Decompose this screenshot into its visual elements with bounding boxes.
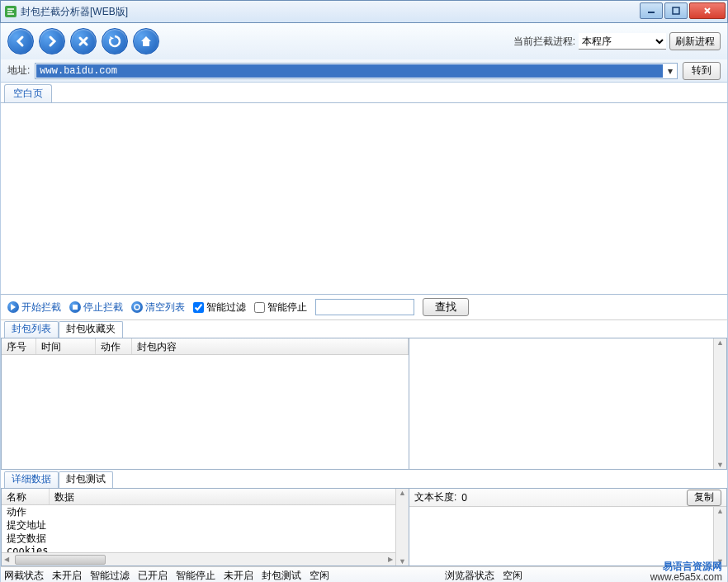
process-label: 当前拦截进程: bbox=[513, 35, 575, 49]
address-input[interactable] bbox=[36, 64, 663, 78]
smart-filter-checkbox[interactable]: 智能过滤 bbox=[193, 300, 246, 315]
status-bar: 网截状态 未开启 智能过滤 已开启 智能停止 未开启 封包测试 空闲 浏览器状态… bbox=[0, 566, 728, 582]
status-net-label: 网截状态 bbox=[4, 569, 44, 583]
copy-button[interactable]: 复制 bbox=[687, 490, 721, 506]
status-test-label: 封包测试 bbox=[262, 569, 301, 583]
start-capture-button[interactable]: 开始拦截 bbox=[7, 300, 61, 315]
svg-rect-3 bbox=[73, 305, 78, 310]
status-test-value: 空闲 bbox=[310, 569, 329, 583]
h-scrollbar[interactable] bbox=[2, 552, 395, 565]
detail-right-pane: 文本长度: 0 复制 bbox=[409, 488, 727, 566]
minimize-button[interactable] bbox=[640, 2, 663, 19]
tab-detail-data[interactable]: 详细数据 bbox=[4, 471, 59, 488]
window-controls bbox=[640, 2, 726, 19]
detail-split: 名称 数据 动作 提交地址 提交数据 cookies 文本长度: 0 复制 bbox=[0, 488, 728, 566]
status-browser-label: 浏览器状态 bbox=[445, 569, 494, 583]
tab-packet-favorites[interactable]: 封包收藏夹 bbox=[59, 321, 123, 338]
detail-tabs: 详细数据 封包测试 bbox=[0, 470, 728, 488]
detail-text-body[interactable] bbox=[409, 507, 726, 565]
back-button[interactable] bbox=[7, 28, 34, 54]
maximize-button[interactable] bbox=[664, 2, 688, 19]
status-stop-label: 智能停止 bbox=[176, 569, 215, 583]
col-name[interactable]: 名称 bbox=[2, 489, 50, 504]
detail-left-pane: 名称 数据 动作 提交地址 提交数据 cookies bbox=[1, 488, 409, 566]
stop-icon bbox=[69, 301, 81, 313]
col-content[interactable]: 封包内容 bbox=[132, 338, 409, 354]
titlebar: 封包拦截分析器[WEB版] bbox=[0, 0, 728, 23]
browser-content bbox=[0, 102, 728, 295]
refresh-nav-button[interactable] bbox=[102, 28, 128, 54]
window-title: 封包拦截分析器[WEB版] bbox=[21, 5, 128, 19]
home-button[interactable] bbox=[133, 28, 159, 54]
smart-stop-checkbox[interactable]: 智能停止 bbox=[254, 300, 307, 315]
status-filter-label: 智能过滤 bbox=[90, 569, 130, 583]
refresh-process-button[interactable]: 刷新进程 bbox=[669, 32, 721, 50]
scrollbar[interactable] bbox=[713, 507, 726, 565]
col-time[interactable]: 时间 bbox=[36, 338, 96, 354]
packet-list-body[interactable] bbox=[2, 355, 409, 469]
packet-preview-pane bbox=[409, 338, 727, 470]
capture-action-bar: 开始拦截 停止拦截 清空列表 智能过滤 智能停止 查找 bbox=[0, 295, 728, 319]
forward-button[interactable] bbox=[39, 28, 65, 54]
scrollbar[interactable] bbox=[395, 489, 409, 565]
status-filter-value: 已开启 bbox=[138, 569, 168, 583]
go-button[interactable]: 转到 bbox=[683, 62, 721, 80]
address-label: 地址: bbox=[7, 64, 30, 78]
status-net-value: 未开启 bbox=[52, 569, 82, 583]
address-bar: 地址: ▾ 转到 bbox=[0, 59, 728, 83]
text-length-value: 0 bbox=[461, 492, 467, 504]
col-data[interactable]: 数据 bbox=[50, 489, 409, 504]
address-dropdown-icon[interactable]: ▾ bbox=[664, 65, 677, 77]
status-browser-value: 空闲 bbox=[503, 569, 522, 583]
detail-row[interactable]: 提交地址 bbox=[2, 518, 409, 532]
play-icon bbox=[7, 301, 19, 313]
stop-nav-button[interactable] bbox=[70, 28, 97, 54]
search-input[interactable] bbox=[315, 299, 414, 315]
process-select[interactable]: 本程序 bbox=[579, 33, 666, 50]
browser-tab-blank[interactable]: 空白页 bbox=[4, 84, 52, 102]
scrollbar[interactable] bbox=[713, 338, 726, 469]
packet-list-pane: 序号 时间 动作 封包内容 bbox=[1, 338, 409, 470]
detail-row[interactable]: 提交数据 bbox=[2, 532, 409, 545]
clear-list-button[interactable]: 清空列表 bbox=[131, 300, 185, 315]
packet-split: 序号 时间 动作 封包内容 bbox=[0, 338, 728, 470]
svg-rect-2 bbox=[673, 7, 679, 14]
clear-icon bbox=[131, 301, 143, 313]
tab-packet-list[interactable]: 封包列表 bbox=[4, 321, 59, 338]
stop-capture-button[interactable]: 停止拦截 bbox=[69, 300, 123, 315]
watermark: 易语言资源网 www.e5a5x.com bbox=[650, 561, 722, 582]
app-icon bbox=[4, 5, 17, 18]
navigation-toolbar: 当前拦截进程: 本程序 刷新进程 bbox=[0, 23, 728, 59]
packet-tabs: 封包列表 封包收藏夹 bbox=[0, 319, 728, 338]
close-button[interactable] bbox=[689, 2, 726, 19]
detail-row[interactable]: 动作 bbox=[2, 505, 409, 518]
col-seq[interactable]: 序号 bbox=[2, 338, 36, 354]
svg-point-4 bbox=[135, 305, 139, 310]
text-length-label: 文本长度: bbox=[414, 490, 456, 504]
status-stop-value: 未开启 bbox=[224, 569, 253, 583]
tab-packet-test[interactable]: 封包测试 bbox=[59, 471, 113, 488]
col-action[interactable]: 动作 bbox=[96, 338, 132, 354]
browser-tabs: 空白页 bbox=[0, 83, 728, 102]
search-button[interactable]: 查找 bbox=[423, 298, 469, 316]
